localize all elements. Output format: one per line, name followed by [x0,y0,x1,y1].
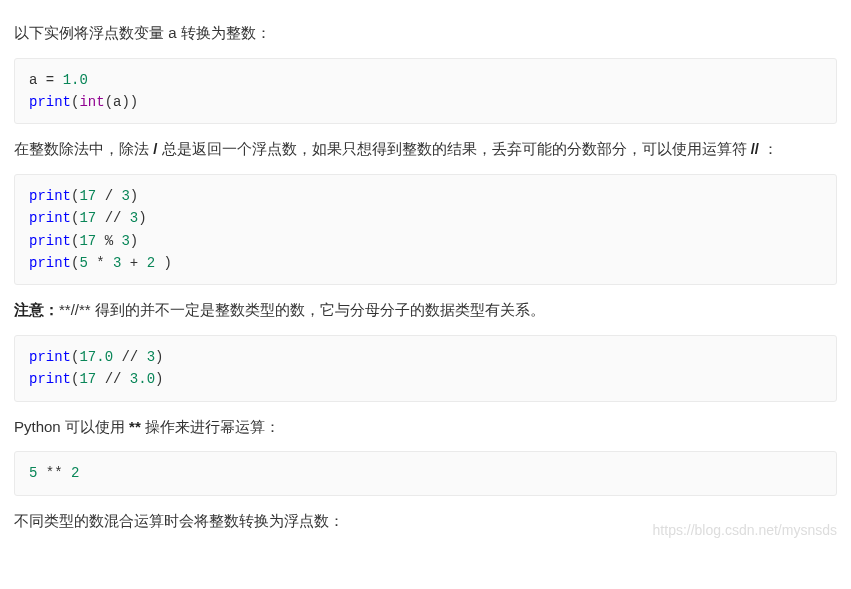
code-token: // [96,371,130,387]
code-token: 17 [79,210,96,226]
code-token: 17 [79,371,96,387]
code-token: (a)) [105,94,139,110]
code-token: print [29,371,71,387]
code-token: print [29,255,71,271]
code-token: 2 [71,465,79,481]
text: 总是返回一个浮点数，如果只想得到整数的结果，丢弃可能的分数部分，可以使用运算符 [157,140,750,157]
code-token: 3 [121,233,129,249]
code-token: a [29,72,46,88]
code-token: * [88,255,113,271]
text: 在整数除法中，除法 [14,140,153,157]
code-token: // [113,349,147,365]
note-label: 注意： [14,301,59,318]
code-token: 5 [79,255,87,271]
paragraph-power: Python 可以使用 ** 操作来进行幂运算： [14,414,837,440]
code-token: print [29,349,71,365]
code-token: ) [130,233,138,249]
code-token: int [79,94,104,110]
code-token: 1.0 [63,72,88,88]
code-token: % [96,233,121,249]
text: 得到的并不一定是整数类型的数，它与分母分子的数据类型有关系。 [91,301,545,318]
code-token: 3.0 [130,371,155,387]
paragraph-division: 在整数除法中，除法 / 总是返回一个浮点数，如果只想得到整数的结果，丢弃可能的分… [14,136,837,162]
text: Python 可以使用 [14,418,129,435]
code-token: ) [138,210,146,226]
text: 操作来进行幂运算： [141,418,280,435]
paragraph-intro-convert: 以下实例将浮点数变量 a 转换为整数： [14,20,837,46]
code-token: 3 [130,210,138,226]
text: ： [759,140,778,157]
text: ** [59,301,71,318]
code-token: 17 [79,188,96,204]
code-block-convert: a = 1.0 print(int(a)) [14,58,837,125]
code-token: ) [155,349,163,365]
code-token: 17 [79,233,96,249]
code-token: print [29,233,71,249]
paragraph-note-floordiv: 注意：**//** 得到的并不一定是整数类型的数，它与分母分子的数据类型有关系。 [14,297,837,323]
code-token: print [29,188,71,204]
code-token: + [121,255,146,271]
text: // [71,301,79,318]
code-token: ) [130,188,138,204]
text: ** [79,301,91,318]
code-token: 3 [147,349,155,365]
code-token: // [96,210,130,226]
code-token: 2 [147,255,155,271]
code-token: 17.0 [79,349,113,365]
code-token: ) [155,371,163,387]
paragraph-mixed-types: 不同类型的数混合运算时会将整数转换为浮点数： [14,508,837,534]
code-token: = [46,72,63,88]
code-token: / [96,188,121,204]
code-block-floordiv-float: print(17.0 // 3) print(17 // 3.0) [14,335,837,402]
code-token: print [29,94,71,110]
code-token: 3 [121,188,129,204]
code-block-power: 5 ** 2 [14,451,837,495]
code-token: print [29,210,71,226]
code-block-division: print(17 / 3) print(17 // 3) print(17 % … [14,174,837,286]
bold-op-floordiv: // [751,140,759,157]
code-token: ) [155,255,172,271]
bold-op-power: ** [129,418,141,435]
code-token: ** [37,465,71,481]
